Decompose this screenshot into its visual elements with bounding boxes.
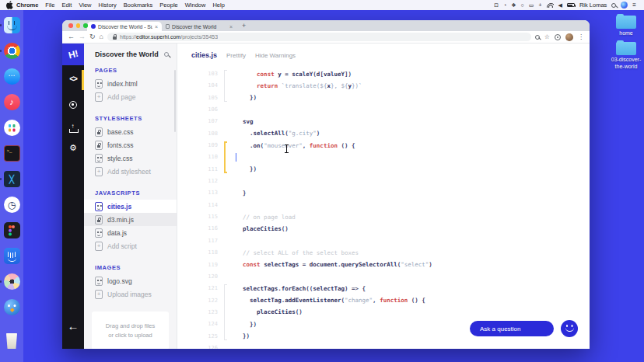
plus-file-icon (95, 242, 103, 251)
menu-help[interactable]: Help (212, 2, 224, 9)
file-item-add-stylesheet[interactable]: Add stylesheet (84, 165, 177, 178)
mouse-ibeam-cursor (286, 144, 287, 153)
code-line-114: 114 (177, 200, 590, 211)
ask-question-button[interactable]: Ask a question (470, 321, 554, 336)
wifi-icon[interactable] (547, 3, 554, 8)
new-tab-button[interactable]: + (242, 22, 246, 30)
line-number: 108 (199, 131, 218, 137)
menubar-username[interactable]: Rik Lomas (579, 2, 607, 9)
extension-icon[interactable] (555, 34, 561, 40)
bookmark-star-icon[interactable]: ☆ (544, 34, 550, 40)
back-arrow-button[interactable]: ← (62, 319, 84, 332)
home-icon[interactable]: ⌂ (100, 33, 103, 40)
file-item-index-html[interactable]: index.html (84, 77, 177, 90)
preview-eye-icon[interactable] (62, 98, 84, 112)
spotlight-search-icon[interactable] (611, 3, 616, 8)
menu-chrome[interactable]: Chrome (16, 2, 38, 9)
window-mirror-icon[interactable]: ⊡ (494, 2, 499, 8)
line-number: 106 (199, 106, 218, 113)
dock-trash-icon[interactable] (4, 333, 20, 350)
dock-vscode-icon[interactable]: ╳ (4, 171, 20, 187)
publish-upload-icon[interactable] (62, 122, 84, 136)
desktop-folder-home[interactable]: home (608, 16, 644, 37)
tab-close-icon[interactable]: × (155, 24, 158, 30)
volume-icon[interactable]: ◀ (558, 2, 562, 8)
superhi-logo[interactable]: H! (62, 44, 84, 65)
dock-finder-icon[interactable] (4, 17, 20, 33)
dock-music-icon[interactable]: ♪ (4, 94, 20, 110)
menu-file[interactable]: File (45, 2, 54, 9)
code-tab-icon[interactable]: <> (62, 75, 84, 83)
menu-bookmarks[interactable]: Bookmarks (124, 2, 153, 9)
menu-edit[interactable]: Edit (61, 2, 72, 9)
file-item-data-js[interactable]: data.js (84, 226, 177, 239)
dock-bird-icon[interactable] (4, 299, 20, 315)
dropbox-icon[interactable]: ❖ (511, 2, 516, 8)
circle-status-icon[interactable]: ○ (521, 2, 524, 8)
notification-list-icon[interactable]: ≡ (632, 2, 636, 9)
dock-slack-icon[interactable] (4, 120, 20, 136)
dock-terminal-icon[interactable]: >_ (4, 145, 20, 162)
file-search-icon[interactable] (164, 52, 169, 57)
reload-icon[interactable]: ↻ (89, 33, 96, 40)
menu-people[interactable]: People (159, 2, 177, 9)
dock-messages-icon[interactable]: ⋯ (4, 68, 20, 85)
settings-gear-icon[interactable]: ⚙ (62, 143, 84, 153)
menu-window[interactable]: Window (185, 2, 206, 9)
dock-chrome-icon[interactable] (4, 43, 20, 59)
menu-history[interactable]: History (99, 2, 117, 9)
siri-icon[interactable] (621, 2, 628, 9)
file-item-upload-images[interactable]: Upload images (84, 287, 177, 301)
clock-icon[interactable]: ◔ (503, 2, 506, 8)
line-number: 119 (199, 262, 218, 268)
line-text: return `translate(${x}, ${y})` (236, 82, 362, 89)
zoom-window-button[interactable] (83, 23, 88, 28)
code-line-123: 123 placeCities() (177, 307, 590, 318)
file-item-fonts-css[interactable]: fonts.css (84, 138, 177, 151)
dock-figma-icon[interactable] (4, 222, 20, 238)
browser-tab-2[interactable]: Discover the World× (162, 22, 236, 31)
upload-dropzone[interactable]: Drag and drop files or click to upload (92, 312, 169, 349)
profile-avatar[interactable] (565, 33, 573, 41)
tab-strip: Discover the World - Superhi×Discover th… (62, 20, 590, 31)
plus-icon[interactable]: + (538, 2, 541, 8)
file-item-cities-js[interactable]: cities.js (84, 200, 177, 213)
battery-icon[interactable] (567, 3, 575, 7)
address-bar[interactable]: https://editor.superhi.com/projects/3545… (107, 33, 531, 41)
dock-airmail-icon[interactable]: ◷ (4, 197, 20, 213)
desktop-folder-03-discover-the-world[interactable]: 03-discover-the-world (608, 42, 644, 71)
browser-menu-icon[interactable]: ⋮ (578, 33, 584, 40)
line-text: selectTags.forEach((selectTag) => { (236, 285, 366, 292)
sidebar-scrollbar[interactable] (174, 70, 177, 132)
code-line-112: 112 (177, 176, 590, 187)
display-icon[interactable]: ▭ (529, 2, 534, 8)
file-item-style-css[interactable]: style.css (84, 151, 177, 165)
line-number: 122 (199, 298, 218, 304)
browser-tab-1[interactable]: Discover the World - Superhi× (87, 22, 162, 31)
dock-sticker-icon[interactable] (4, 273, 20, 290)
code-area[interactable]: 103 const y = scaleY(d[valueY])104 retur… (177, 68, 590, 349)
dock-intercom-icon[interactable] (4, 248, 20, 264)
tab-close-icon[interactable]: × (229, 24, 233, 30)
line-number: 103 (199, 71, 218, 77)
back-icon[interactable]: ← (68, 33, 75, 40)
prettify-button[interactable]: Prettify (226, 52, 246, 59)
menu-view[interactable]: View (79, 2, 91, 9)
file-item-logo-svg[interactable]: logo.svg (84, 274, 177, 287)
section-header-javascripts: JAVASCRIPTS (84, 187, 177, 200)
file-item-add-page[interactable]: Add page (84, 90, 177, 103)
file-item-d3-min-js[interactable]: d3.min.js (84, 213, 177, 226)
fold-indicator (224, 70, 227, 102)
file-item-add-script[interactable]: Add script (84, 239, 177, 252)
search-icon[interactable] (535, 35, 540, 40)
code-line-111: 111 }) (177, 164, 590, 176)
chat-smiley-button[interactable] (561, 320, 578, 337)
line-number: 111 (199, 166, 218, 172)
file-label: Add script (107, 242, 137, 250)
minimize-window-button[interactable] (76, 23, 81, 28)
forward-icon[interactable]: → (79, 33, 86, 40)
apple-icon[interactable] (6, 1, 13, 9)
close-window-button[interactable] (68, 23, 73, 28)
hide-warnings-button[interactable]: Hide Warnings (255, 52, 296, 59)
file-item-base-css[interactable]: base.css (84, 125, 177, 138)
